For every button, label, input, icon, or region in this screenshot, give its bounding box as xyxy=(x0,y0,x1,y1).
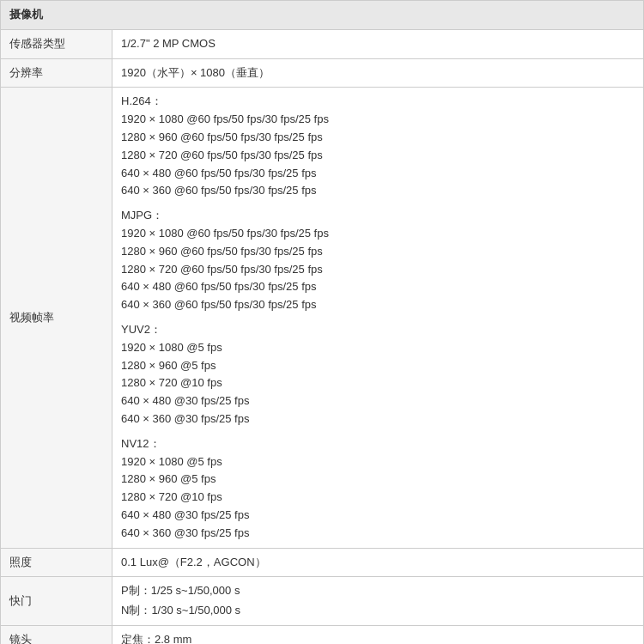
fps-line: 1920 × 1080 @60 fps/50 fps/30 fps/25 fps xyxy=(121,111,635,129)
row-value: H.264：1920 × 1080 @60 fps/50 fps/30 fps/… xyxy=(112,88,644,548)
group-title: YUV2： xyxy=(121,321,635,339)
group-title: NV12： xyxy=(121,435,635,453)
fps-line: 1280 × 960 @5 fps xyxy=(121,357,635,375)
fps-line: 1920 × 1080 @5 fps xyxy=(121,339,635,357)
row-label: 分辨率 xyxy=(1,58,112,88)
row-value: 1920（水平）× 1080（垂直） xyxy=(112,58,644,88)
row-label: 传感器类型 xyxy=(1,29,112,58)
fps-line: 640 × 360 @60 fps/50 fps/30 fps/25 fps xyxy=(121,182,635,200)
row-value: 定焦：2.8 mm xyxy=(112,625,644,644)
fps-line: 640 × 480 @30 fps/25 fps xyxy=(121,392,635,410)
row-label: 快门 xyxy=(1,577,112,626)
fps-line: 640 × 360 @30 fps/25 fps xyxy=(121,410,635,428)
row-value: P制：1/25 s~1/50,000 sN制：1/30 s~1/50,000 s xyxy=(112,577,644,626)
fps-line: 640 × 480 @60 fps/50 fps/30 fps/25 fps xyxy=(121,165,635,183)
fps-line: 640 × 360 @30 fps/25 fps xyxy=(121,525,635,543)
row-label: 视频帧率 xyxy=(1,88,112,548)
fps-line: 640 × 480 @30 fps/25 fps xyxy=(121,507,635,525)
value-line: P制：1/25 s~1/50,000 s xyxy=(121,582,635,600)
fps-line: 1280 × 720 @60 fps/50 fps/30 fps/25 fps xyxy=(121,147,635,165)
group-title: H.264： xyxy=(121,93,635,111)
fps-line: 640 × 360 @60 fps/50 fps/30 fps/25 fps xyxy=(121,296,635,314)
row-value: 1/2.7" 2 MP CMOS xyxy=(112,29,644,58)
spec-table: 摄像机传感器类型1/2.7" 2 MP CMOS分辨率1920（水平）× 108… xyxy=(0,0,644,644)
section-header: 摄像机 xyxy=(1,1,644,30)
fps-line: 1280 × 720 @10 fps xyxy=(121,374,635,392)
row-label: 镜头 xyxy=(1,625,112,644)
fps-line: 1280 × 720 @60 fps/50 fps/30 fps/25 fps xyxy=(121,261,635,279)
fps-line: 1280 × 960 @5 fps xyxy=(121,471,635,489)
fps-line: 1280 × 960 @60 fps/50 fps/30 fps/25 fps xyxy=(121,129,635,147)
fps-line: 1280 × 960 @60 fps/50 fps/30 fps/25 fps xyxy=(121,243,635,261)
fps-line: 640 × 480 @60 fps/50 fps/30 fps/25 fps xyxy=(121,278,635,296)
group-title: MJPG： xyxy=(121,207,635,225)
fps-line: 1280 × 720 @10 fps xyxy=(121,489,635,507)
fps-line: 1920 × 1080 @5 fps xyxy=(121,453,635,471)
value-line: N制：1/30 s~1/50,000 s xyxy=(121,602,635,620)
row-value: 0.1 Lux@（F2.2，AGCON） xyxy=(112,548,644,577)
fps-line: 1920 × 1080 @60 fps/50 fps/30 fps/25 fps xyxy=(121,225,635,243)
row-label: 照度 xyxy=(1,548,112,577)
